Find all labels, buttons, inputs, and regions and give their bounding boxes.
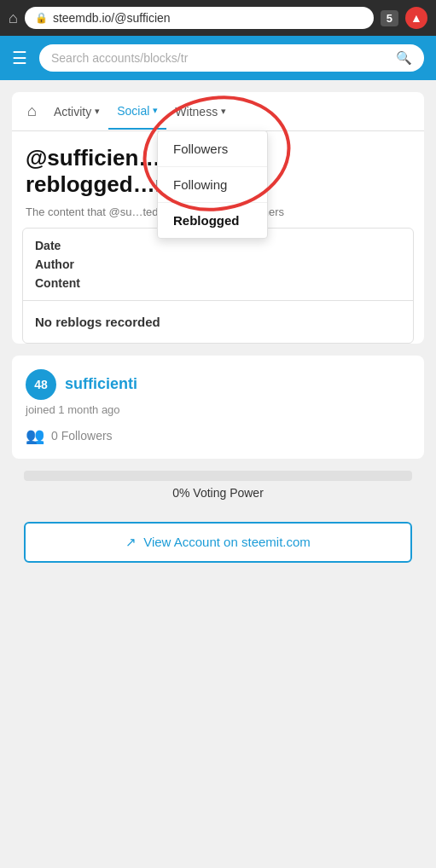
view-account-label: View Account on steemit.com xyxy=(143,535,311,549)
profile-arrow: ▲ xyxy=(410,11,422,25)
main-content: ⌂ Activity ▾ Social ▾ Witness ▾ Follow xyxy=(0,80,436,563)
url-bar[interactable]: 🔒 steemdb.io/@sufficien xyxy=(25,7,374,29)
dropdown-item-following[interactable]: Following xyxy=(158,167,267,203)
dropdown-item-reblogged[interactable]: Reblogged xyxy=(158,203,267,238)
external-link-icon: ↗ xyxy=(125,535,137,550)
tab-witness[interactable]: Witness ▾ xyxy=(166,95,235,129)
view-account-button[interactable]: ↗ View Account on steemit.com xyxy=(24,522,412,563)
col-author: Author xyxy=(35,258,401,271)
user-card: 48 sufficienti joined 1 month ago 👥 0 Fo… xyxy=(12,356,424,459)
voting-section: 0% Voting Power xyxy=(12,471,424,522)
tab-activity[interactable]: Activity ▾ xyxy=(45,95,108,129)
followers-row: 👥 0 Followers xyxy=(26,426,410,445)
social-label: Social xyxy=(117,104,149,118)
avatar-badge: 48 xyxy=(26,369,56,400)
join-date: joined 1 month ago xyxy=(26,403,410,416)
tab-nav: ⌂ Activity ▾ Social ▾ Witness ▾ Follow xyxy=(12,92,424,131)
table-empty-message: No reblogs recorded xyxy=(23,301,413,343)
voting-power-label: 0% Voting Power xyxy=(24,486,412,500)
tab-home[interactable]: ⌂ xyxy=(19,92,45,130)
top-nav: ☰ Search accounts/blocks/tr 🔍 xyxy=(0,36,436,80)
username[interactable]: sufficienti xyxy=(65,375,137,393)
dropdown-item-followers[interactable]: Followers xyxy=(158,131,267,167)
tab-social[interactable]: Social ▾ xyxy=(108,94,166,130)
followers-icon: 👥 xyxy=(26,426,44,445)
witness-chevron: ▾ xyxy=(221,106,226,117)
search-placeholder-text: Search accounts/blocks/tr xyxy=(51,51,188,65)
search-icon[interactable]: 🔍 xyxy=(396,50,412,66)
reblogs-table: Date Author Content No reblogs recorded xyxy=(22,228,414,344)
title-part3: reblogged xyxy=(26,171,133,197)
witness-label: Witness xyxy=(175,105,218,119)
browser-chrome: ⌂ 🔒 steemdb.io/@sufficien 5 ▲ xyxy=(0,0,436,36)
voting-power-bar-container xyxy=(24,471,412,481)
followers-count: 0 Followers xyxy=(51,429,113,443)
user-card-header: 48 sufficienti xyxy=(26,369,410,400)
activity-chevron: ▾ xyxy=(95,106,100,117)
tab-count-badge[interactable]: 5 xyxy=(381,10,398,26)
title-ellipsis2: … xyxy=(133,171,155,197)
search-bar[interactable]: Search accounts/blocks/tr 🔍 xyxy=(39,44,424,72)
col-content: Content xyxy=(35,276,401,290)
browser-home-icon[interactable]: ⌂ xyxy=(9,9,18,27)
col-date: Date xyxy=(35,239,401,252)
main-card: ⌂ Activity ▾ Social ▾ Witness ▾ Follow xyxy=(12,92,424,344)
lock-icon: 🔒 xyxy=(35,12,48,24)
profile-icon[interactable]: ▲ xyxy=(405,7,427,29)
hamburger-menu[interactable]: ☰ xyxy=(12,48,27,68)
activity-label: Activity xyxy=(54,105,91,119)
social-chevron: ▾ xyxy=(153,105,158,116)
social-dropdown: Followers Following Reblogged xyxy=(157,130,268,239)
title-part1: @sufficien xyxy=(26,145,138,171)
home-tab-icon: ⌂ xyxy=(27,102,37,120)
table-header: Date Author Content xyxy=(23,229,413,301)
url-text: steemdb.io/@sufficien xyxy=(53,11,171,25)
